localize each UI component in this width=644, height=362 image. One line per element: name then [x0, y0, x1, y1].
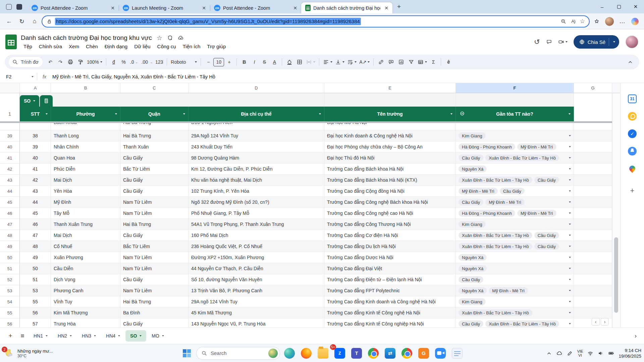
favorite-star-icon[interactable]: ☆: [580, 18, 585, 25]
paint-format-button[interactable]: [75, 57, 86, 67]
column-letter-B[interactable]: B: [51, 83, 120, 93]
chip-dropdown-caret-icon[interactable]: [569, 312, 571, 313]
contacts-icon[interactable]: [628, 147, 637, 156]
table-options-chip[interactable]: [40, 95, 53, 107]
cell-truong[interactable]: Trường Cao đẳng Kinh tế Công nghệ Hà Nội: [324, 307, 456, 318]
cell-stt[interactable]: 40: [20, 153, 51, 164]
location-chip[interactable]: Cầu Giấy: [534, 243, 559, 250]
cell-phuong[interactable]: Phương Canh: [51, 285, 120, 296]
sheet-tab-so[interactable]: SO: [125, 330, 146, 342]
location-chip[interactable]: Xuân Đỉnh - Bắc Từ Liêm - Tây Hồ: [485, 320, 559, 327]
cell-diachi[interactable]: Phố Nhuệ Giang, P. Tây Mỗ: [189, 208, 324, 219]
cell-g[interactable]: [574, 285, 612, 296]
back-button[interactable]: ←: [3, 16, 15, 27]
menu-tệp[interactable]: Tệp: [21, 43, 35, 50]
menu-định-dạng[interactable]: Định dạng: [102, 43, 130, 50]
cell-quan[interactable]: Hai Bà Trưng: [120, 219, 189, 230]
cell-stt[interactable]: 45: [20, 208, 51, 219]
vertical-align-button[interactable]: [334, 57, 346, 67]
browser-tab[interactable]: Danh sách cách trường Đại học tr✕: [301, 2, 392, 13]
side-panel-add-icon[interactable]: +: [630, 186, 635, 195]
sheet-tabs-scroll-right[interactable]: ›: [635, 333, 637, 340]
vertical-scrollbar[interactable]: [612, 93, 620, 327]
cell-gantoa[interactable]: Cầu GiấyXuân Đỉnh - Bắc Từ Liêm - Tây Hồ: [456, 318, 574, 327]
chip-dropdown-caret-icon[interactable]: [569, 323, 571, 324]
cell-quan[interactable]: Nam Từ Liêm: [120, 252, 189, 263]
cell[interactable]: Hai Bà Trưng: [120, 123, 189, 130]
cell-gantoa[interactable]: Nguyên Xá: [456, 252, 574, 263]
cell-diachi[interactable]: 98 Dương Quảng Hàm: [189, 153, 324, 164]
cell-diachi[interactable]: 44 Nguyễn Cơ Thạch, P. Cầu Diễn: [189, 263, 324, 274]
chip-dropdown-caret-icon[interactable]: [569, 190, 571, 192]
video-call-icon[interactable]: [558, 39, 568, 45]
row-number-cell[interactable]: 51: [0, 263, 20, 274]
chip-dropdown-caret-icon[interactable]: [569, 179, 571, 181]
cell-g[interactable]: [574, 130, 612, 141]
row-number-cell[interactable]: 54: [0, 296, 20, 307]
strikethrough-button[interactable]: S: [259, 57, 269, 67]
cell-phuong[interactable]: Xuân Phương: [51, 252, 120, 263]
cell-diachi[interactable]: Km 12, Đường Cầu Diễn, P. Phúc Diễn: [189, 164, 324, 175]
cell-diachi[interactable]: Khu văn hóa nghệ thuật, Mai Dịch: [189, 175, 324, 186]
row-number-cell[interactable]: 39: [0, 130, 20, 141]
cell-stt[interactable]: 50: [20, 263, 51, 274]
location-chip[interactable]: Kim Giang: [459, 298, 486, 305]
decrease-decimal-button[interactable]: .0←: [129, 57, 140, 67]
cell-truong[interactable]: Trường Cao đẳng Điện tử – Điện lạnh Hà N…: [324, 274, 456, 285]
cell-quan[interactable]: Ba Đình: [120, 307, 189, 318]
cell-phuong[interactable]: Tây Mỗ: [51, 208, 120, 219]
cell-quan[interactable]: Cầu Giấy: [120, 274, 189, 285]
cell-diachi[interactable]: 29A ngõ 124 Vĩnh Tuy: [189, 296, 324, 307]
volume-icon[interactable]: [598, 350, 604, 356]
cell-truong[interactable]: Trường Cao đẳng Du lịch Hà Nội: [324, 241, 456, 252]
copilot-icon[interactable]: [629, 16, 641, 27]
column-letter-C[interactable]: C: [120, 83, 189, 93]
taskbar-app-firefox[interactable]: [299, 346, 314, 361]
cell-phuong[interactable]: Mai Dịch: [51, 175, 120, 186]
chip-dropdown-caret-icon[interactable]: [569, 157, 571, 159]
sheet-tab-caret-icon[interactable]: [94, 335, 96, 337]
cell-gantoa[interactable]: [456, 123, 574, 130]
location-chip[interactable]: Cầu Giấy: [459, 276, 483, 283]
cell-diachi[interactable]: 29A Ngõ 124 Vĩnh Tuy: [189, 130, 324, 141]
cell-diachi[interactable]: 13 Trịnh Văn Bô, P. Phương Canh: [189, 285, 324, 296]
text-color-button[interactable]: A: [269, 57, 279, 67]
text-rotate-button[interactable]: A↗: [358, 57, 371, 67]
cell-phuong[interactable]: Kim Mã Thượng: [51, 307, 120, 318]
cell-diachi[interactable]: 160 Phố Mai Dịch: [189, 230, 324, 241]
row-number-cell[interactable]: 46: [0, 208, 20, 219]
row-number-cell[interactable]: 45: [0, 197, 20, 208]
percent-format-button[interactable]: %: [119, 57, 129, 67]
chip-dropdown-caret-icon[interactable]: [569, 257, 571, 258]
cell-quan[interactable]: Nam Từ Liêm: [120, 197, 189, 208]
version-history-icon[interactable]: ↺: [534, 38, 540, 46]
menu-chèn[interactable]: Chèn: [83, 43, 101, 50]
calendar-icon[interactable]: 31: [628, 95, 637, 103]
cell-stt[interactable]: 41: [20, 164, 51, 175]
location-chip[interactable]: Cầu Giấy: [534, 177, 559, 183]
location-chip[interactable]: Kim Giang: [459, 132, 486, 139]
chip-dropdown-caret-icon[interactable]: [569, 246, 571, 247]
vertical-scrollbar-thumb[interactable]: [614, 237, 618, 313]
cell-truong[interactable]: Đại học Phòng cháy chữa cháy – Bộ Công A…: [324, 141, 456, 153]
row-number-cell[interactable]: 43: [0, 175, 20, 186]
cell-truong[interactable]: Trường Cao đẳng Cộng đồng Hà Nội: [324, 186, 456, 197]
header-cell-g[interactable]: [574, 107, 612, 121]
scroll-left-button[interactable]: ‹: [592, 318, 600, 325]
location-chip[interactable]: Kim Giang: [459, 221, 486, 228]
cell-gantoa[interactable]: Xuân Đỉnh - Bắc Từ Liêm - Tây Hồ: [456, 307, 574, 318]
sheet-tab-hn4[interactable]: HN4: [101, 330, 125, 342]
chip-dropdown-caret-icon[interactable]: [569, 168, 571, 170]
row-number-cell[interactable]: 47: [0, 219, 20, 230]
column-letter-A[interactable]: A: [20, 83, 51, 93]
tab-close-icon[interactable]: ✕: [292, 5, 299, 11]
cell-stt[interactable]: 48: [20, 241, 51, 252]
row-number-cell[interactable]: [0, 123, 20, 130]
row-number-cell[interactable]: 53: [0, 285, 20, 296]
chip-dropdown-caret-icon[interactable]: [569, 268, 571, 269]
location-chip[interactable]: Xuân Đỉnh - Bắc Từ Liêm - Tây Hồ: [459, 243, 532, 250]
cell-diachi[interactable]: 45 Kim Mã Thượng: [189, 307, 324, 318]
cell-g[interactable]: [574, 296, 612, 307]
cell-gantoa[interactable]: Cầu GiấyXuân Đỉnh - Bắc Từ Liêm - Tây Hồ: [456, 153, 574, 164]
cell-phuong[interactable]: Phúc Diễn: [51, 164, 120, 175]
